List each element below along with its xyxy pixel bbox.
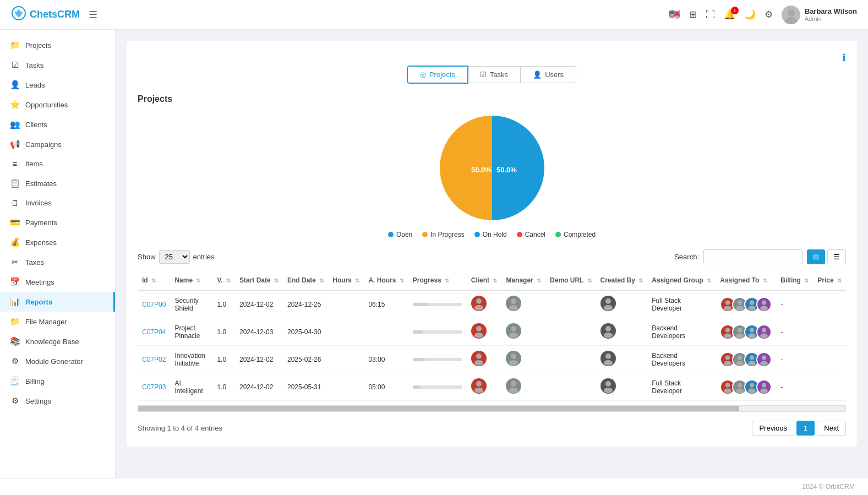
svg-point-21 bbox=[509, 333, 518, 338]
sidebar-label-reports: Reports bbox=[25, 298, 52, 306]
sidebar-item-leads[interactable]: 👤Leads bbox=[0, 75, 115, 95]
horizontal-scrollbar[interactable] bbox=[138, 405, 846, 412]
sidebar-item-clients[interactable]: 👥Clients bbox=[0, 115, 115, 134]
svg-point-34 bbox=[511, 353, 516, 359]
sort-id-icon: ⇅ bbox=[151, 278, 156, 284]
progress-bar bbox=[413, 358, 462, 361]
row-id-C07P03[interactable]: C07P03 bbox=[142, 383, 166, 391]
legend-label-completed: Completed bbox=[564, 231, 596, 238]
row-end-date: 2025-02-26 bbox=[283, 346, 328, 373]
col-hours: Hours ⇅ bbox=[328, 271, 364, 290]
sidebar-icon-estimates: 📋 bbox=[10, 178, 20, 188]
tab-projects[interactable]: ◎ Projects bbox=[407, 66, 468, 83]
sidebar-item-opportunities[interactable]: ⭐Opportunities bbox=[0, 95, 115, 115]
col-manager: Manager ⇅ bbox=[501, 271, 545, 290]
sidebar-item-tasks[interactable]: ☑Tasks bbox=[0, 55, 115, 75]
list-view-button[interactable]: ☰ bbox=[827, 249, 846, 264]
entries-select[interactable]: 10 25 50 100 bbox=[159, 250, 190, 264]
svg-point-19 bbox=[474, 333, 483, 338]
dark-mode-icon[interactable]: 🌙 bbox=[744, 9, 756, 20]
row-created-by bbox=[596, 318, 648, 346]
sidebar-item-knowledge-base[interactable]: 📚Knowledge Base bbox=[0, 331, 115, 351]
header-left: ChetsCRM ☰ bbox=[11, 6, 97, 24]
row-price bbox=[813, 346, 846, 373]
legend-cancel: Cancel bbox=[517, 231, 545, 238]
sidebar-item-campaigns[interactable]: 📢Campaigns bbox=[0, 134, 115, 154]
search-input[interactable] bbox=[703, 249, 803, 264]
svg-point-15 bbox=[748, 306, 756, 311]
sort-progress-icon: ⇅ bbox=[445, 278, 449, 284]
svg-point-24 bbox=[725, 328, 730, 333]
svg-point-36 bbox=[605, 353, 611, 359]
table-scroll-container[interactable]: Id ⇅ Name ⇅ V. ⇅ Start Date ⇅ End Date ⇅… bbox=[138, 271, 846, 401]
svg-point-44 bbox=[762, 355, 767, 360]
sidebar-item-module-generator[interactable]: ⚙Module Generator bbox=[0, 351, 115, 371]
avatar bbox=[506, 378, 521, 394]
sidebar: 📁Projects☑Tasks👤Leads⭐Opportunities👥Clie… bbox=[0, 30, 116, 478]
row-id-C07P00[interactable]: C07P00 bbox=[142, 301, 166, 308]
row-id-C07P04[interactable]: C07P04 bbox=[142, 328, 166, 336]
svg-point-46 bbox=[476, 381, 482, 387]
svg-point-29 bbox=[748, 333, 756, 338]
legend-open: Open bbox=[388, 231, 412, 238]
sidebar-item-estimates[interactable]: 📋Estimates bbox=[0, 173, 115, 193]
sidebar-icon-meetings: 📅 bbox=[10, 277, 20, 287]
sidebar-label-billing: Billing bbox=[25, 377, 45, 385]
tab-tasks[interactable]: ☑ Tasks bbox=[467, 66, 521, 83]
svg-point-28 bbox=[750, 328, 755, 333]
svg-marker-1 bbox=[14, 9, 23, 18]
info-icon[interactable]: ℹ bbox=[842, 52, 846, 64]
hamburger-button[interactable]: ☰ bbox=[89, 9, 97, 21]
user-profile[interactable]: Barbara Wilson Admin bbox=[782, 6, 857, 24]
sidebar-item-meetings[interactable]: 📅Meetings bbox=[0, 272, 115, 292]
sort-group-icon: ⇅ bbox=[707, 278, 711, 284]
sidebar-item-billing[interactable]: 🧾Billing bbox=[0, 371, 115, 391]
sidebar-item-invoices[interactable]: 🗒Invoices bbox=[0, 193, 115, 213]
apps-grid-icon[interactable]: ⊞ bbox=[689, 9, 697, 20]
sidebar-item-items[interactable]: ≡Items bbox=[0, 154, 115, 173]
svg-point-56 bbox=[750, 383, 755, 388]
table-row: C07P04 Project Pinnacle 1.0 2024-12-03 2… bbox=[138, 318, 846, 346]
search-label: Search: bbox=[674, 253, 699, 261]
grid-view-button[interactable]: ⊞ bbox=[807, 249, 825, 264]
chart-legend: Open In Progress On Hold Cancel bbox=[388, 231, 596, 238]
sidebar-item-reports[interactable]: 📊Reports bbox=[0, 292, 115, 312]
sidebar-icon-tasks: ☑ bbox=[10, 60, 20, 70]
svg-point-5 bbox=[474, 305, 483, 311]
svg-point-41 bbox=[736, 361, 744, 366]
table-row: C07P00 Security Shield 1.0 2024-12-02 20… bbox=[138, 290, 846, 318]
row-id-C07P02[interactable]: C07P02 bbox=[142, 356, 166, 363]
sort-ahours-icon: ⇅ bbox=[400, 278, 404, 284]
row-demo-url bbox=[545, 290, 596, 318]
tab-users[interactable]: 👤 Users bbox=[520, 66, 576, 83]
svg-point-39 bbox=[724, 361, 731, 366]
avatar bbox=[471, 378, 487, 394]
sidebar-icon-module-generator: ⚙ bbox=[10, 356, 20, 366]
sidebar-item-settings[interactable]: ⚙Settings bbox=[0, 391, 115, 411]
table-header-row: Id ⇅ Name ⇅ V. ⇅ Start Date ⇅ End Date ⇅… bbox=[138, 271, 846, 290]
next-button[interactable]: Next bbox=[817, 421, 846, 436]
page-1-button[interactable]: 1 bbox=[796, 421, 815, 436]
fullscreen-icon[interactable]: ⛶ bbox=[706, 9, 715, 20]
flag-icon[interactable]: 🇺🇸 bbox=[669, 9, 680, 20]
svg-point-14 bbox=[750, 300, 755, 305]
avatar bbox=[506, 296, 521, 311]
row-name: Innovation Initiative bbox=[170, 346, 212, 373]
tab-icon-users: 👤 bbox=[533, 70, 542, 79]
sidebar-item-taxes[interactable]: ✂Taxes bbox=[0, 252, 115, 272]
sidebar-label-file-manager: File Manager bbox=[25, 318, 67, 326]
row-start-date: 2024-12-02 bbox=[235, 346, 283, 373]
sidebar-item-expenses[interactable]: 💰Expenses bbox=[0, 232, 115, 252]
sidebar-item-projects[interactable]: 📁Projects bbox=[0, 35, 115, 55]
sidebar-item-payments[interactable]: 💳Payments bbox=[0, 213, 115, 232]
sidebar-label-projects: Projects bbox=[25, 41, 51, 50]
svg-point-26 bbox=[738, 328, 743, 333]
col-name: Name ⇅ bbox=[170, 271, 212, 290]
previous-button[interactable]: Previous bbox=[752, 421, 794, 436]
notifications-icon[interactable]: 🔔 1 bbox=[724, 9, 735, 20]
settings-icon[interactable]: ⚙ bbox=[765, 9, 773, 20]
logo[interactable]: ChetsCRM bbox=[11, 6, 80, 24]
col-client: Client ⇅ bbox=[467, 271, 502, 290]
sidebar-item-file-manager[interactable]: 📁File Manager bbox=[0, 312, 115, 331]
row-assigned-to bbox=[716, 318, 776, 346]
